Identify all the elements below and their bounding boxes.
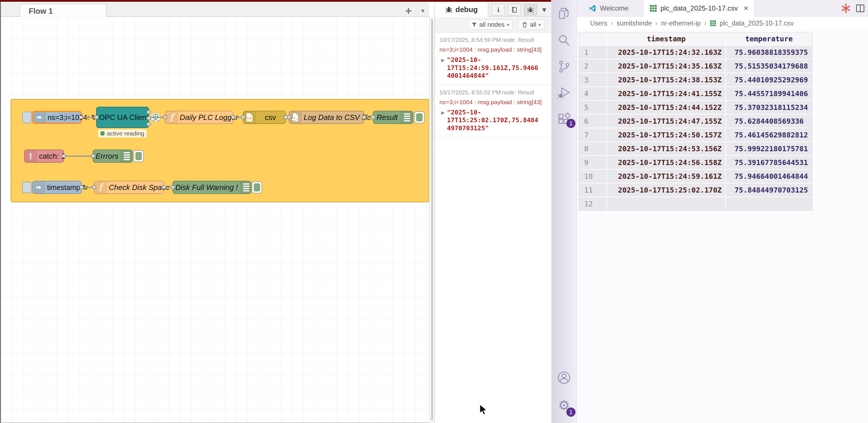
debug-sidebar: debug i ▾ all node xyxy=(435,2,551,423)
timestamp-cell[interactable]: 2025-10-17T15:24:38.153Z xyxy=(607,73,725,86)
row-number-cell: 7 xyxy=(579,128,607,141)
function-node-check-disk-space[interactable]: f Check Disk Space xyxy=(94,181,164,194)
account-icon[interactable] xyxy=(557,371,571,385)
port[interactable] xyxy=(162,185,166,189)
inject-trigger-button[interactable] xyxy=(22,182,32,193)
port[interactable] xyxy=(287,116,291,119)
scrollbar-thumb[interactable] xyxy=(431,19,433,421)
expand-triangle-icon[interactable]: ▶ xyxy=(441,56,445,80)
search-icon[interactable] xyxy=(557,33,571,47)
chevron-right-icon: › xyxy=(611,19,613,27)
timestamp-cell[interactable]: 2025-10-17T15:24:53.156Z xyxy=(607,142,725,155)
port[interactable] xyxy=(147,110,151,114)
column-header-timestamp: timestamp xyxy=(607,32,725,45)
debug-message[interactable]: 10/17/2025, 8:55:02 PM node: Result ns=3… xyxy=(435,85,551,138)
timestamp-cell[interactable]: 2025-10-17T15:24:59.161Z xyxy=(607,170,725,183)
info-button[interactable]: i xyxy=(492,4,505,15)
help-book-button[interactable] xyxy=(508,4,521,15)
bug-icon xyxy=(445,6,453,13)
csv-node[interactable]: 1,2 csv xyxy=(243,111,286,124)
timestamp-cell[interactable]: 2025-10-17T15:24:35.163Z xyxy=(607,59,725,73)
row-number-cell: 11 xyxy=(579,183,607,197)
temperature-cell[interactable]: 75.46145629882812 xyxy=(726,128,812,141)
debug-filter-bug-button[interactable] xyxy=(524,4,537,15)
timestamp-cell[interactable]: 2025-10-17T15:24:47.155Z xyxy=(607,115,725,128)
mouse-cursor xyxy=(479,404,489,416)
debug-node-result[interactable]: Result xyxy=(373,111,413,124)
port[interactable] xyxy=(94,116,98,119)
debug-node-disk-full-warning[interactable]: Disk Full Warning ! xyxy=(173,181,251,194)
vscode-window: 1 ⚙ 1 Welcome plc_ xyxy=(551,0,868,423)
debug-filter-button[interactable]: all nodes ▾ xyxy=(468,20,513,30)
breadcrumb-item[interactable]: sumitshinde xyxy=(617,20,652,27)
port[interactable] xyxy=(163,116,167,119)
temperature-cell[interactable]: 75.84844970703125 xyxy=(726,183,812,197)
debug-toggle-button[interactable] xyxy=(133,150,144,162)
timestamp-cell[interactable]: 2025-10-17T15:24:32.163Z xyxy=(607,45,725,59)
temperature-cell[interactable]: 75.6284408569336 xyxy=(726,115,812,128)
port[interactable] xyxy=(92,185,96,189)
port[interactable] xyxy=(231,116,235,119)
debug-toggle-button[interactable] xyxy=(414,111,425,123)
port[interactable] xyxy=(147,116,151,120)
add-flow-button[interactable]: + xyxy=(402,5,415,17)
timestamp-cell[interactable]: 2025-10-17T15:24:56.158Z xyxy=(607,156,725,169)
port[interactable] xyxy=(371,116,375,119)
debug-message[interactable]: 10/17/2025, 8:54:59 PM node: Result ns=3… xyxy=(435,33,551,85)
catch-node[interactable]: ! catch: 1 xyxy=(24,150,64,163)
breadcrumb-item[interactable]: Users xyxy=(590,20,608,27)
expand-triangle-icon[interactable]: ▶ xyxy=(441,108,445,132)
timestamp-cell[interactable]: 2025-10-17T15:24:50.157Z xyxy=(607,128,725,141)
temperature-cell[interactable]: 75.99922180175781 xyxy=(726,142,812,155)
run-debug-icon[interactable] xyxy=(557,86,571,99)
tab-welcome[interactable]: Welcome xyxy=(583,0,634,17)
canvas-scrollbar[interactable] xyxy=(429,17,435,423)
tab-csv-file[interactable]: plc_data_2025-10-17.csv × xyxy=(644,0,754,17)
port[interactable] xyxy=(62,154,66,158)
source-control-icon[interactable] xyxy=(557,60,571,73)
debug-clear-button[interactable]: all ▾ xyxy=(518,20,545,30)
file-write-node[interactable]: Log Data to CSV file xyxy=(289,111,364,124)
temperature-cell[interactable]: 75.96038818359375 xyxy=(726,45,812,59)
flow-tab[interactable]: Flow 1 xyxy=(20,4,106,19)
inject-node[interactable]: ns=3;i=1004: ↻ xyxy=(32,111,82,124)
extension-asterisk-icon[interactable] xyxy=(840,0,852,17)
port[interactable] xyxy=(171,185,175,189)
temperature-cell[interactable]: 75.44557189941406 xyxy=(726,87,812,100)
temperature-cell[interactable] xyxy=(726,197,812,210)
caret-down-icon: ▾ xyxy=(507,22,509,28)
inject-node-timestamp[interactable]: timestamp ↻ xyxy=(32,181,82,194)
opcua-client-node[interactable]: OPC UA Client OPC UA xyxy=(96,107,149,128)
debug-tab[interactable]: debug xyxy=(435,2,488,17)
timestamp-cell[interactable] xyxy=(607,197,725,210)
sidebar-caret-icon[interactable]: ▾ xyxy=(539,4,549,15)
breadcrumb-item[interactable]: plc_data_2025-10-17.csv xyxy=(720,20,794,27)
debug-toggle-button[interactable] xyxy=(252,182,262,193)
breadcrumb[interactable]: Users › sumitshinde › nr-ethernet-ip › p… xyxy=(577,17,868,30)
csv-file-icon: 1,2 xyxy=(243,111,255,123)
function-node-daily-plc-logger[interactable]: f Daily PLC Logger xyxy=(165,111,234,124)
temperature-cell[interactable]: 75.44010925292969 xyxy=(726,73,812,86)
flow-list-caret-icon[interactable]: ▾ xyxy=(417,5,428,17)
close-icon[interactable]: × xyxy=(741,4,748,13)
split-editor-icon[interactable] xyxy=(854,0,867,17)
debug-message-list[interactable]: 10/17/2025, 8:54:59 PM node: Result ns=3… xyxy=(435,33,551,423)
port[interactable] xyxy=(362,116,366,119)
port[interactable] xyxy=(80,185,84,189)
flow-canvas[interactable]: ns=3;i=1004: ↻ OPC UA Client OPC UA xyxy=(1,17,429,423)
temperature-cell[interactable]: 75.94664001464844 xyxy=(726,170,812,183)
temperature-cell[interactable]: 75.39167785644531 xyxy=(726,156,812,169)
port[interactable] xyxy=(241,116,245,119)
inject-trigger-button[interactable] xyxy=(22,111,32,123)
breadcrumb-item[interactable]: nr-ethernet-ip xyxy=(661,20,701,27)
port[interactable] xyxy=(91,154,95,158)
explorer-icon[interactable] xyxy=(557,7,571,21)
temperature-cell[interactable]: 75.51535034179688 xyxy=(726,59,812,73)
port[interactable] xyxy=(147,122,151,126)
timestamp-cell[interactable]: 2025-10-17T15:25:02.170Z xyxy=(607,183,725,197)
debug-node-errrors[interactable]: Errrors xyxy=(93,150,133,163)
timestamp-cell[interactable]: 2025-10-17T15:24:44.152Z xyxy=(607,101,725,114)
temperature-cell[interactable]: 75.37032318115234 xyxy=(726,101,812,114)
port[interactable] xyxy=(79,116,83,119)
timestamp-cell[interactable]: 2025-10-17T15:24:41.155Z xyxy=(607,87,725,100)
